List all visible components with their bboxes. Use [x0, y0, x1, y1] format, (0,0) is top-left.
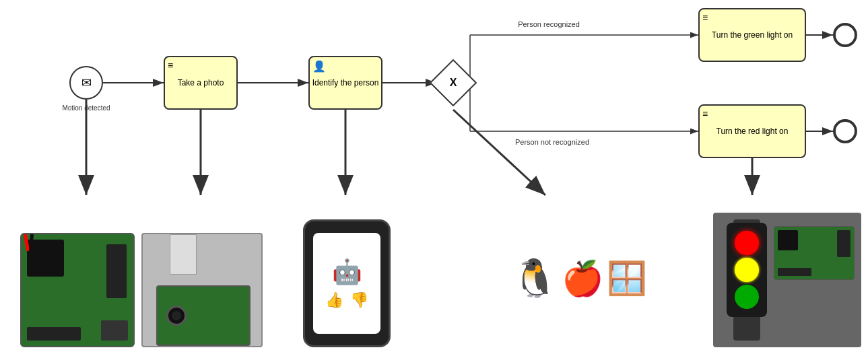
edge-green-label: Person recognized [505, 20, 593, 28]
message-icon: ✉ [81, 75, 92, 90]
task-red-label: Turn the red light on [716, 127, 789, 136]
task-red: ≡ Turn the red light on [698, 104, 806, 158]
end-event-green [833, 23, 857, 47]
start-event: ✉ [69, 66, 103, 100]
svg-line-14 [453, 110, 545, 195]
task2-label: Identify the person [312, 78, 379, 87]
camera-image [141, 233, 263, 347]
task1-label: Take a photo [178, 78, 224, 87]
service1-icon: ≡ [168, 60, 173, 71]
end-event-red [833, 119, 857, 143]
traffic-light-image [713, 213, 861, 347]
service4-icon: ≡ [702, 108, 708, 119]
task2: 👤 Identify the person [308, 56, 382, 110]
windows-icon: 🪟 [607, 260, 647, 297]
raspberry-pi-image [20, 233, 135, 347]
edge-red-label: Person not recognized [505, 138, 599, 146]
service3-icon: ≡ [702, 12, 708, 23]
start-event-label: Motion detected [59, 104, 113, 112]
task-green-label: Turn the green light on [712, 30, 793, 40]
apple-icon: 🍎 [562, 259, 603, 298]
task1: ≡ Take a photo [164, 56, 238, 110]
linux-icon: 🐧 [512, 256, 558, 300]
diagram-container: ✉ Motion detected ≡ Take a photo 👤 Ident… [0, 0, 868, 354]
gateway-wrapper: X [436, 66, 470, 100]
os-icons: 🐧 🍎 🪟 [512, 256, 647, 300]
person-icon: 👤 [312, 60, 326, 73]
gateway-label: X [450, 77, 457, 89]
phone-image: 🤖 👍 👎 [303, 219, 391, 347]
task-green: ≡ Turn the green light on [698, 8, 806, 62]
